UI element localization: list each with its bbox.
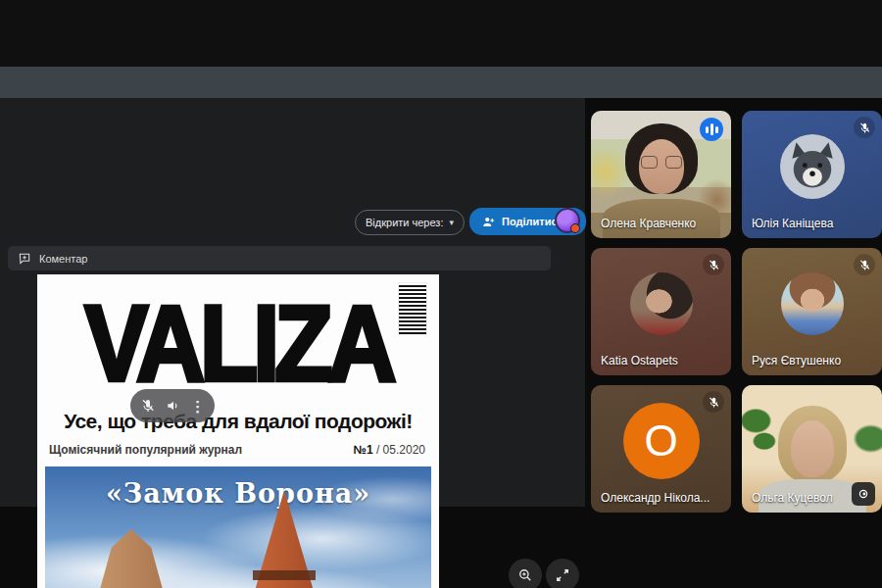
issue-number: №1 <box>354 443 373 457</box>
avatar <box>780 134 845 199</box>
issue-date: / 05.2020 <box>373 443 425 457</box>
person-add-icon <box>481 215 496 229</box>
participant-name: Ольга Куцевол <box>752 491 833 505</box>
more-options-icon[interactable]: ⋮ <box>190 399 205 414</box>
chevron-down-icon: ▾ <box>449 218 454 227</box>
participant-name: Руся Євтушенко <box>752 354 841 368</box>
media-controls-pill: ⋮ <box>130 389 215 422</box>
mic-muted-icon <box>854 254 875 275</box>
pip-icon[interactable] <box>852 482 875 506</box>
comment-button[interactable]: Коментар <box>8 246 551 270</box>
magazine-title: VALIZA <box>37 272 439 413</box>
open-with-label: Відкрити через: <box>366 217 443 228</box>
speaking-indicator-icon <box>700 118 723 141</box>
participant-tile-oleksandr[interactable]: O Олександр Нікола... <box>591 385 731 513</box>
magazine-tagline: Усе, що треба для вдалої подорожі! <box>37 410 439 433</box>
castle-tower-left <box>86 529 176 588</box>
avatar <box>781 272 844 335</box>
participant-name: Олена Кравченко <box>601 217 696 230</box>
mic-muted-icon <box>703 254 724 275</box>
comment-label: Коментар <box>39 253 87 265</box>
participant-tile-yuliia[interactable]: Юлія Каніщева <box>742 111 882 238</box>
avatar-letter: O <box>623 403 700 479</box>
avatar <box>630 272 693 335</box>
avatar-initial: O <box>644 416 677 466</box>
magazine-issue: №1 / 05.2020 <box>354 443 425 457</box>
add-comment-icon <box>18 252 31 266</box>
participant-name: Юлія Каніщева <box>752 217 833 230</box>
speaker-icon[interactable] <box>166 398 181 414</box>
zoom-button[interactable] <box>509 559 542 588</box>
participant-name: Katia Ostapets <box>601 354 678 368</box>
husky-avatar-image <box>780 134 845 199</box>
glasses <box>640 156 683 170</box>
mic-off-icon[interactable] <box>140 398 156 414</box>
cover-photo-caption: «Замок Ворона» <box>45 478 431 509</box>
magazine-journal-line: Щомісячний популярний журнал <box>49 443 242 457</box>
open-with-button[interactable]: Відкрити через: ▾ <box>355 210 465 235</box>
magnifier-icon <box>516 566 534 584</box>
participant-name: Олександр Нікола... <box>601 491 710 505</box>
expand-icon <box>554 566 571 584</box>
screen-share-panel: Відкрити через: ▾ Поділитися ▾ Коментар … <box>0 98 585 507</box>
mic-muted-icon <box>854 117 875 138</box>
notification-badge <box>570 223 580 233</box>
account-avatar[interactable] <box>555 208 580 233</box>
castle-tower-band <box>253 570 316 580</box>
window-top-band <box>0 0 882 67</box>
fullscreen-button[interactable] <box>546 559 579 588</box>
person-face <box>791 420 834 477</box>
participant-tile-olena[interactable]: Олена Кравченко <box>591 111 731 238</box>
participant-tile-rusia[interactable]: Руся Євтушенко <box>742 248 882 375</box>
document-page: VALIZA Усе, що треба для вдалої подорожі… <box>37 274 439 588</box>
mic-muted-icon <box>703 391 724 413</box>
cover-photo: «Замок Ворона» <box>45 466 431 588</box>
participant-tile-olha[interactable]: Ольга Куцевол <box>742 385 882 513</box>
participant-tile-katia[interactable]: Katia Ostapets <box>591 248 731 375</box>
browser-toolbar: 7 <box>0 67 882 98</box>
